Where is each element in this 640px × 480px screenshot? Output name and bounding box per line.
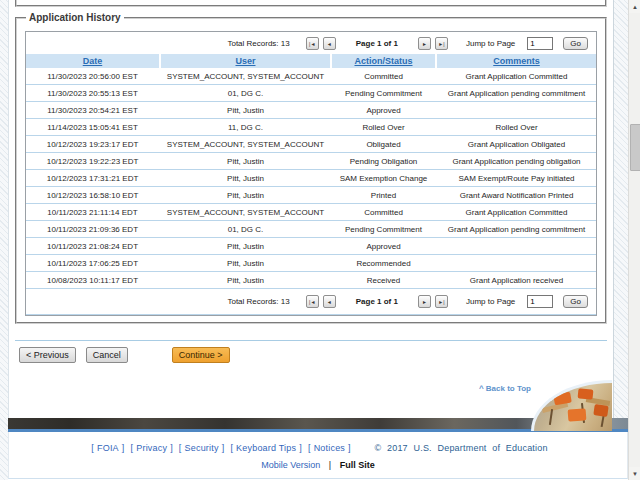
cancel-button[interactable]: Cancel — [86, 347, 128, 363]
previous-button[interactable]: < Previous — [19, 347, 76, 363]
jump-to-page-input[interactable] — [527, 37, 553, 50]
last-page-icon: ►| — [438, 41, 444, 47]
table-row: 11/30/2023 20:54:21 EST Pitt, Justin App… — [26, 102, 596, 119]
cell-comments: Grant Application pending obligation — [437, 157, 596, 166]
cell-date: 10/11/2023 21:11:14 EDT — [26, 208, 159, 217]
vertical-scrollbar[interactable]: ▲ ▼ — [628, 0, 640, 480]
prev-page-button[interactable]: ◄ — [323, 37, 336, 50]
footer: [FOIA][Privacy][Security][Keyboard Tips]… — [8, 432, 628, 479]
page-indicator: Page 1 of 1 — [356, 297, 398, 306]
cell-date: 11/30/2023 20:54:21 EST — [26, 106, 159, 115]
cell-action-status: Rolled Over — [332, 123, 435, 132]
continue-button[interactable]: Continue > — [172, 347, 230, 363]
scroll-down-button[interactable]: ▼ — [629, 467, 640, 480]
sort-date-link[interactable]: Date — [83, 56, 103, 66]
next-page-button[interactable]: ► — [418, 295, 431, 308]
copyright-text: © 2017 U.S. Department of Education — [374, 443, 547, 453]
table-row: 10/12/2023 16:58:10 EDT Pitt, Justin Pri… — [26, 187, 596, 204]
last-page-button[interactable]: ►| — [435, 37, 448, 50]
first-page-button[interactable]: |◄ — [306, 37, 319, 50]
cell-comments: Grant Application received — [437, 276, 596, 285]
cell-action-status: Printed — [332, 191, 435, 200]
bracket-close: ] — [170, 443, 173, 453]
cell-user: Pitt, Justin — [161, 157, 330, 166]
bracket-close: ] — [348, 443, 351, 453]
page-background-stripes-left — [0, 0, 8, 480]
table-row: 10/12/2023 17:31:21 EDT Pitt, Justin SAM… — [26, 170, 596, 187]
cell-user: Pitt, Justin — [161, 276, 330, 285]
table-row: 10/11/2023 17:06:25 EDT Pitt, Justin Rec… — [26, 255, 596, 272]
scroll-down-icon: ▼ — [632, 471, 638, 477]
sort-user-link[interactable]: User — [235, 56, 255, 66]
table-row: 10/12/2023 19:23:17 EDT SYSTEM_ACCOUNT, … — [26, 136, 596, 153]
sort-action-link[interactable]: Action/Status — [354, 56, 412, 66]
cell-action-status: Obligated — [332, 140, 435, 149]
cell-action-status: Pending Commitment — [332, 225, 435, 234]
cell-comments: Grant Award Notification Printed — [437, 191, 596, 200]
cell-date: 10/12/2023 17:31:21 EDT — [26, 174, 159, 183]
cell-action-status: SAM Exemption Change — [332, 174, 435, 183]
sort-comments-link[interactable]: Comments — [493, 56, 540, 66]
go-button[interactable]: Go — [563, 295, 588, 308]
first-page-icon: |◄ — [309, 299, 315, 305]
application-history-page: { "page": { "legend": "Application Histo… — [0, 0, 640, 480]
cell-date: 10/11/2023 21:09:36 EDT — [26, 225, 159, 234]
cell-user: 01, DG C. — [161, 89, 330, 98]
total-records-label: Total Records: 13 — [227, 39, 289, 48]
full-site-link[interactable]: Full Site — [340, 460, 375, 470]
footer-link[interactable]: Privacy — [136, 443, 167, 453]
next-page-icon: ► — [422, 41, 427, 47]
prev-page-button[interactable]: ◄ — [323, 295, 336, 308]
cell-user: Pitt, Justin — [161, 259, 330, 268]
footer-link[interactable]: Notices — [314, 443, 345, 453]
footer-link[interactable]: Security — [185, 443, 219, 453]
previous-section-border — [15, 0, 607, 7]
cell-date: 10/11/2023 17:06:25 EDT — [26, 259, 159, 268]
cell-comments: Grant Application pending commitment — [437, 225, 596, 234]
scroll-up-icon: ▲ — [632, 4, 638, 10]
mobile-version-link[interactable]: Mobile Version — [261, 460, 320, 470]
footer-link[interactable]: FOIA — [97, 443, 119, 453]
footer-link-item: [Notices] — [308, 443, 351, 453]
cell-comments: Grant Application Committed — [437, 208, 596, 217]
back-to-top-link[interactable]: ^ Back to Top — [479, 384, 531, 393]
jump-to-page-input[interactable] — [527, 295, 553, 308]
cell-action-status: Committed — [332, 72, 435, 81]
header-cell-action: Action/Status — [332, 54, 435, 68]
cell-date: 11/30/2023 20:56:00 EST — [26, 72, 159, 81]
pager-top: Total Records: 13 |◄ ◄ Page 1 of 1 ► ►| … — [26, 32, 596, 54]
cell-comments: Grant Application Committed — [437, 72, 596, 81]
jump-to-page-label: Jump to Page — [466, 39, 515, 48]
last-page-icon: ►| — [438, 299, 444, 305]
cell-user: Pitt, Justin — [161, 242, 330, 251]
page-background-stripes-right — [613, 0, 628, 418]
table-row: 11/30/2023 20:56:00 EST SYSTEM_ACCOUNT, … — [26, 68, 596, 85]
first-page-icon: |◄ — [309, 41, 315, 47]
scroll-up-button[interactable]: ▲ — [629, 0, 640, 13]
next-page-button[interactable]: ► — [418, 37, 431, 50]
footer-link-item: [Security] — [179, 443, 225, 453]
scrollbar-thumb[interactable] — [630, 124, 640, 171]
pager-bottom: Total Records: 13 |◄ ◄ Page 1 of 1 ► ►| … — [26, 289, 596, 315]
application-history-fieldset: Application History Total Records: 13 |◄… — [15, 12, 607, 324]
action-button-bar: < Previous Cancel Continue > — [19, 347, 613, 363]
footer-link-item: [Keyboard Tips] — [230, 443, 302, 453]
first-page-button[interactable]: |◄ — [306, 295, 319, 308]
footer-site-toggle-row: Mobile Version | Full Site — [9, 460, 627, 470]
page-indicator: Page 1 of 1 — [356, 39, 398, 48]
cell-user: 11, DG C. — [161, 123, 330, 132]
table-row: 11/14/2023 15:05:41 EST 11, DG C. Rolled… — [26, 119, 596, 136]
table-row: 10/11/2023 21:08:24 EDT Pitt, Justin App… — [26, 238, 596, 255]
cell-comments: Grant Application Obligated — [437, 140, 596, 149]
last-page-button[interactable]: ►| — [435, 295, 448, 308]
footer-link[interactable]: Keyboard Tips — [236, 443, 296, 453]
table-row: 10/11/2023 21:09:36 EDT 01, DG C. Pendin… — [26, 221, 596, 238]
table-row: 10/12/2023 19:22:23 EDT Pitt, Justin Pen… — [26, 153, 596, 170]
table-row: 10/11/2023 21:11:14 EDT SYSTEM_ACCOUNT, … — [26, 204, 596, 221]
cell-action-status: Committed — [332, 208, 435, 217]
cell-date: 10/12/2023 19:23:17 EDT — [26, 140, 159, 149]
table-row: 10/08/2023 10:11:17 EDT Pitt, Justin Rec… — [26, 272, 596, 289]
go-button[interactable]: Go — [563, 37, 588, 50]
cell-date: 11/14/2023 15:05:41 EST — [26, 123, 159, 132]
footer-links: [FOIA][Privacy][Security][Keyboard Tips]… — [88, 443, 353, 453]
